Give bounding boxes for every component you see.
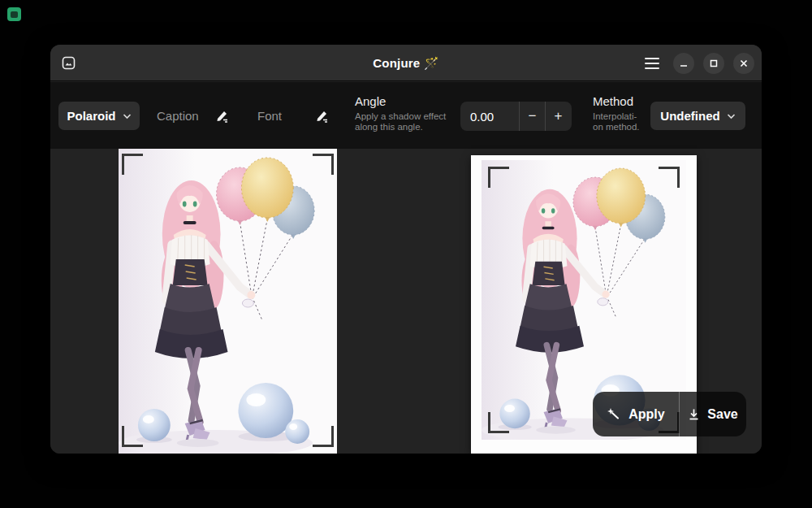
corner-marker-bottom-left bbox=[488, 412, 509, 433]
caption-label: Caption bbox=[157, 109, 199, 123]
corner-marker-bottom-right bbox=[313, 426, 334, 447]
maximize-button[interactable] bbox=[703, 53, 724, 74]
chevron-down-icon bbox=[123, 113, 132, 119]
caption-edit-pen-icon[interactable] bbox=[214, 108, 230, 124]
angle-spinbutton: 0.00 − + bbox=[460, 102, 572, 131]
close-icon[interactable] bbox=[733, 53, 754, 74]
corner-marker-top-right bbox=[659, 167, 680, 188]
action-bar: Apply Save bbox=[593, 392, 746, 436]
save-button[interactable]: Save bbox=[679, 392, 746, 436]
corner-marker-bottom-left bbox=[122, 426, 143, 447]
angle-increment-button[interactable]: + bbox=[545, 102, 571, 131]
method-setting: Method Interpolati- on method. bbox=[593, 94, 646, 132]
original-image[interactable] bbox=[119, 149, 337, 454]
image-icon bbox=[62, 56, 76, 70]
desktop-background: Conjure 🪄 bbox=[0, 0, 812, 508]
app-window: Conjure 🪄 bbox=[50, 45, 762, 454]
corner-marker-top-right bbox=[313, 154, 334, 175]
content-area: Apply Save bbox=[50, 149, 762, 454]
method-title: Method bbox=[593, 94, 646, 108]
magic-wand-icon bbox=[607, 407, 621, 422]
angle-subtitle-line2: along this angle. bbox=[355, 122, 423, 132]
font-label: Font bbox=[257, 109, 282, 123]
angle-subtitle-line1: Apply a shadow effect bbox=[355, 111, 446, 121]
frame-style-label: Polaroid bbox=[67, 109, 115, 123]
corner-marker-top-left bbox=[122, 154, 143, 175]
download-icon bbox=[688, 408, 700, 421]
angle-setting: Angle Apply a shadow effect along this a… bbox=[355, 94, 459, 132]
minimize-button[interactable] bbox=[673, 53, 694, 74]
titlebar[interactable]: Conjure 🪄 bbox=[50, 45, 762, 81]
method-dropdown[interactable]: Undefined bbox=[650, 102, 745, 130]
method-subtitle-line1: Interpolati- bbox=[593, 111, 637, 121]
app-dock-glyph bbox=[11, 11, 18, 18]
angle-decrement-button[interactable]: − bbox=[519, 102, 545, 131]
angle-value-input[interactable]: 0.00 bbox=[460, 102, 519, 131]
frame-style-dropdown[interactable]: Polaroid bbox=[58, 102, 140, 130]
method-value: Undefined bbox=[660, 109, 719, 123]
apply-label: Apply bbox=[628, 407, 664, 422]
toolbar: Polaroid Caption Font bbox=[50, 82, 762, 149]
apply-button[interactable]: Apply bbox=[593, 392, 679, 436]
save-label: Save bbox=[707, 407, 737, 422]
chevron-down-icon bbox=[727, 113, 736, 119]
method-subtitle-line2: on method. bbox=[593, 122, 640, 132]
corner-marker-top-left bbox=[488, 167, 509, 188]
font-edit-pen-icon[interactable] bbox=[314, 108, 330, 124]
hamburger-menu-icon[interactable] bbox=[643, 55, 661, 72]
app-dock-icon[interactable] bbox=[7, 7, 21, 21]
angle-title: Angle bbox=[355, 94, 459, 108]
